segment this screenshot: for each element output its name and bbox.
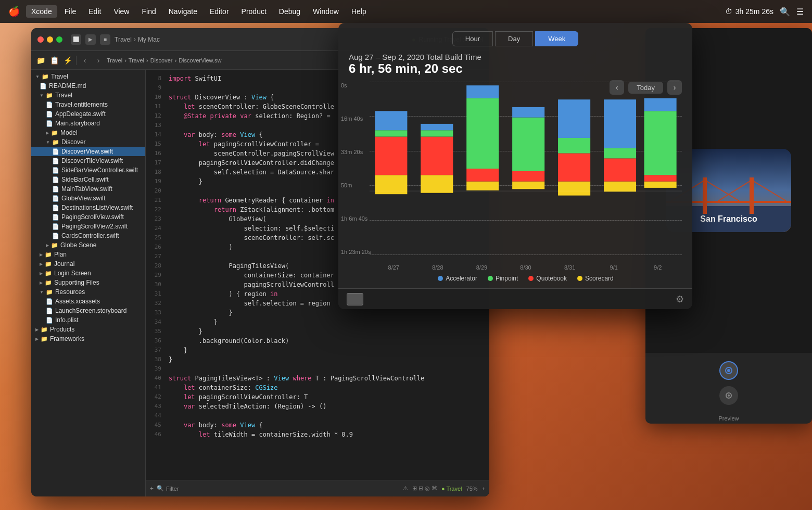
svg-rect-12 [512,182,544,189]
menu-edit[interactable]: Edit [83,5,106,18]
run-destination[interactable]: ● Travel [441,486,462,492]
menu-xcode[interactable]: Xcode [26,5,57,18]
nav-item-mainstoryboard[interactable]: 📄 Main.storyboard [31,119,145,128]
breadcrumb-path: Travel › My Mac [115,36,160,43]
menu-file[interactable]: File [59,5,82,18]
bottom-bar: + 🔍 Filter ⚠ ⊞ ⊟ ◎ ⌘ ● Travel 75% + [146,480,489,496]
svg-rect-4 [421,175,453,193]
legend-quotebook: Quotebook [528,275,567,282]
toolbar-layout-icons[interactable]: ⊞ ⊟ ◎ ⌘ [412,485,437,492]
nav-item-frameworks[interactable]: ▶ 📁 Frameworks [31,334,145,343]
menu-navigate[interactable]: Navigate [163,5,202,18]
preview-settings-icon[interactable] [719,386,738,405]
segment-hour[interactable]: Hour [452,31,493,46]
nav-item-maintabview[interactable]: 📄 MainTabView.swift [31,184,145,194]
breakpoint-icon[interactable]: ⚡ [62,55,73,66]
file-navigator: ▼ 📁 Travel 📄 README.md ▼ 📁 Travel 📄 Trav… [31,70,146,496]
y-label-4: 1h 6m 40s [341,215,371,222]
legend-pinpoint: Pinpoint [488,275,518,282]
nav-item-discoverview[interactable]: 📄 DiscoverView.swift [31,147,145,156]
stop-btn[interactable]: ■ [100,34,110,45]
nav-item-globeview[interactable]: 📄 GlobeView.swift [31,194,145,203]
svg-rect-15 [512,107,544,118]
nav-item-pagingscroll2[interactable]: 📄 PagingScrollView2.swift [31,222,145,231]
nav-sidebar-btn[interactable]: ⬜ [71,34,81,45]
x-label-92: 9/2 [638,264,678,271]
preview-controls [645,353,812,413]
svg-rect-18 [558,138,590,154]
segment-week[interactable]: Week [535,31,578,46]
forward-icon[interactable]: › [93,55,104,66]
nav-item-cardscontroller[interactable]: 📄 CardsController.swift [31,231,145,240]
nav-item-travel-folder[interactable]: ▼ 📁 Travel [31,91,145,100]
zoom-level[interactable]: 75% [466,486,478,492]
nav-item-travel-root[interactable]: ▼ 📁 Travel [31,72,145,81]
preview-label: Preview [645,413,812,424]
add-file-icon[interactable]: + [150,485,154,492]
chart-canvas: 1h 23m 20s 1h 6m 40s 50m 33m 20s 16m 40s… [370,82,682,271]
run-btn[interactable]: ▶ [85,34,96,45]
nav-item-destinationslist[interactable]: 📄 DestinationsListView.swift [31,203,145,212]
nav-item-discovertileview[interactable]: 📄 DiscoverTileView.swift [31,156,145,165]
nav-item-globescene[interactable]: ▶ 📁 Globe Scene [31,240,145,250]
menu-find[interactable]: Find [136,5,161,18]
svg-rect-24 [644,182,677,188]
svg-rect-32 [750,177,754,214]
filter-area[interactable]: 🔍 Filter [157,485,179,492]
nav-item-journal[interactable]: ▶ 📁 Journal [31,259,145,269]
search-menubar-icon[interactable]: 🔍 [780,7,790,17]
y-label-3: 50m [341,182,371,188]
nav-item-pagingscroll[interactable]: 📄 PagingScrollView.swift [31,212,145,222]
preview-record-icon[interactable] [719,361,738,380]
menu-view[interactable]: View [108,5,134,18]
scorecard-dot [577,276,582,281]
inspector-icon[interactable]: 📋 [49,55,59,66]
svg-rect-2 [375,130,407,136]
menu-help[interactable]: Help [346,5,372,18]
segment-day[interactable]: Day [495,31,533,46]
x-axis-labels: 8/27 8/28 8/29 8/30 8/31 9/1 9/2 [370,264,682,271]
nav-item-loginscreen[interactable]: ▶ 📁 Login Screen [31,269,145,278]
bars-area [370,82,682,255]
scorecard-label: Scorecard [585,275,614,282]
nav-item-discover[interactable]: ▼ 📁 Discover [31,137,145,147]
nav-item-products[interactable]: ▶ 📁 Products [31,325,145,334]
nav-item-appdelegate[interactable]: 📄 AppDelegate.swift [31,109,145,119]
y-label-1: 16m 40s [341,116,371,122]
back-icon[interactable]: ‹ [80,55,90,66]
timer-value: 3h 25m 26s [735,7,773,16]
chart-legend: Accelerator Pinpoint Quotebook Scorecard [370,271,682,288]
quotebook-label: Quotebook [536,275,567,282]
nav-item-plan[interactable]: ▶ 📁 Plan [31,250,145,259]
nav-item-entitlements[interactable]: 📄 Travel.entitlements [31,100,145,109]
svg-rect-13 [512,171,544,182]
close-button[interactable] [37,36,44,43]
svg-rect-31 [703,177,707,214]
nav-item-supportingfiles[interactable]: ▶ 📁 Supporting Files [31,278,145,287]
svg-rect-1 [375,137,407,175]
timer-icon: ⏱ [725,7,732,16]
nav-item-sidebarcell[interactable]: 📄 SideBarCell.swift [31,175,145,184]
apple-menu[interactable]: 🍎 [8,6,20,17]
nav-item-model[interactable]: ▶ 📁 Model [31,128,145,137]
build-timer[interactable]: ⏱ 3h 25m 26s [725,7,773,16]
menu-window[interactable]: Window [308,5,344,18]
nav-item-assets[interactable]: 📄 Assets.xcassets [31,297,145,306]
menu-product[interactable]: Product [236,5,272,18]
nav-item-sidebarvc[interactable]: 📄 SideBarViewController.swift [31,165,145,175]
minimize-button[interactable] [47,36,53,43]
nav-item-resources[interactable]: ▼ 📁 Resources [31,287,145,297]
list-icon[interactable]: ☰ [796,7,804,17]
menu-debug[interactable]: Debug [274,5,306,18]
menu-editor[interactable]: Editor [205,5,234,18]
zoom-controls[interactable]: + [482,486,485,492]
mini-window-btn[interactable] [347,293,363,305]
nav-item-launchscreen[interactable]: 📄 LaunchScreen.storyboard [31,306,145,315]
nav-item-infoplist[interactable]: 📄 Info.plist [31,315,145,325]
nav-item-readme[interactable]: 📄 README.md [31,81,145,91]
svg-rect-6 [421,130,453,136]
settings-icon[interactable]: ⚙ [676,294,684,305]
svg-rect-8 [466,182,499,190]
fullscreen-button[interactable] [56,36,62,43]
nav-icon[interactable]: 📁 [35,55,46,66]
